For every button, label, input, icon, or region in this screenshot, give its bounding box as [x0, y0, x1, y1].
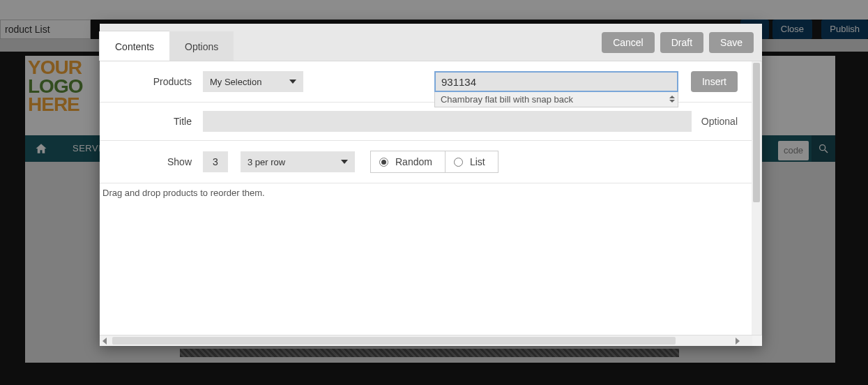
products-row: Products My Selection Chambray flat bill… [100, 61, 752, 103]
vertical-scrollbar[interactable] [752, 61, 761, 335]
dialog-content: Products My Selection Chambray flat bill… [100, 61, 762, 335]
per-row-value: 3 per row [248, 157, 285, 167]
scroll-right-icon[interactable] [736, 338, 740, 345]
title-row: Title Optional [100, 103, 752, 141]
scrollbar-thumb[interactable] [753, 63, 760, 202]
radio-random[interactable]: Random [371, 151, 446, 172]
chevron-down-icon [341, 160, 348, 164]
tab-options[interactable]: Options [169, 31, 234, 61]
radio-icon [454, 158, 463, 167]
show-count-input[interactable] [203, 151, 228, 172]
tab-contents[interactable]: Contents [100, 31, 169, 61]
radio-list[interactable]: List [446, 151, 498, 172]
title-label: Title [100, 116, 203, 127]
dialog-header: Contents Options Cancel Draft Save [100, 24, 762, 61]
chevron-down-icon [289, 80, 296, 84]
products-select-value: My Selection [210, 77, 261, 87]
radio-random-label: Random [395, 156, 432, 167]
per-row-select[interactable]: 3 per row [241, 151, 355, 172]
drag-hint: Drag and drop products to reorder them. [100, 183, 752, 202]
scrollbar-thumb[interactable] [112, 337, 676, 345]
save-button[interactable]: Save [709, 32, 754, 53]
dialog-scroll-area: Products My Selection Chambray flat bill… [100, 61, 752, 335]
scroll-left-icon[interactable] [102, 338, 107, 345]
product-search-input[interactable] [434, 71, 678, 92]
title-optional: Optional [701, 116, 738, 127]
horizontal-scrollbar[interactable] [100, 335, 752, 346]
title-input[interactable] [203, 111, 692, 132]
dialog-footer [100, 335, 762, 346]
display-mode-radio-group: Random List [370, 151, 498, 173]
show-label: Show [100, 156, 203, 167]
draft-button[interactable]: Draft [660, 32, 703, 53]
spinner-up-icon [669, 96, 675, 98]
cancel-button[interactable]: Cancel [602, 32, 655, 53]
dialog-actions: Cancel Draft Save [602, 32, 754, 53]
product-search-wrap: Chambray flat bill with snap back [434, 71, 678, 92]
radio-list-label: List [470, 156, 485, 167]
radio-icon [379, 158, 388, 167]
products-label: Products [100, 76, 203, 87]
insert-button[interactable]: Insert [691, 71, 738, 92]
products-select[interactable]: My Selection [203, 71, 303, 92]
show-row: Show 3 per row Random List [100, 141, 752, 183]
dialog-tabs: Contents Options [100, 31, 234, 61]
product-list-dialog: Contents Options Cancel Draft Save Produ… [100, 24, 762, 346]
